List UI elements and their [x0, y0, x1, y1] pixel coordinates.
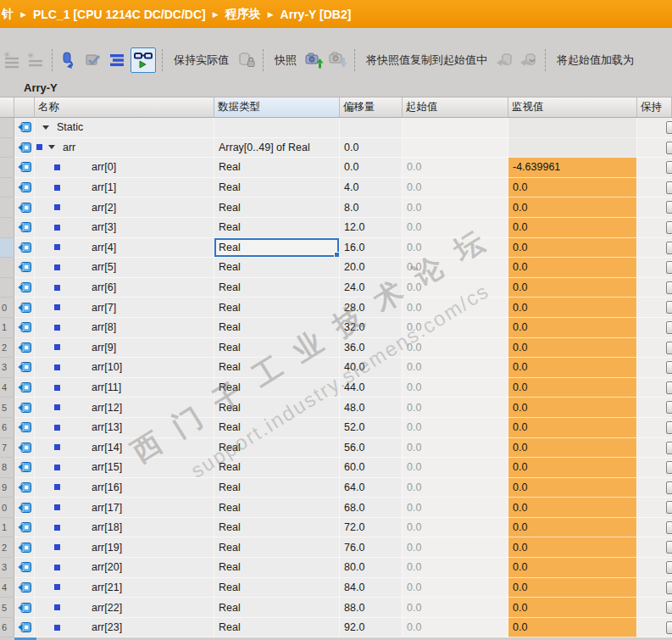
- row-number[interactable]: 3: [0, 558, 14, 578]
- row-number[interactable]: [0, 238, 14, 259]
- retain-checkbox[interactable]: [666, 342, 672, 354]
- row-number[interactable]: 5: [0, 598, 14, 618]
- name-cell[interactable]: arr[4]: [35, 238, 214, 259]
- header-offset[interactable]: 偏移量: [340, 97, 403, 117]
- breadcrumb-item-db[interactable]: Arry-Y [DB2]: [280, 8, 352, 21]
- breadcrumb-item-program-blocks[interactable]: 程序块: [225, 7, 261, 22]
- row-number[interactable]: [0, 138, 14, 159]
- name-cell[interactable]: arr[1]: [35, 178, 214, 198]
- retain-checkbox[interactable]: [666, 301, 672, 314]
- start-value-cell[interactable]: 0.0: [403, 238, 508, 259]
- row-number[interactable]: [0, 198, 14, 218]
- collapse-arrow-icon[interactable]: [48, 145, 55, 149]
- data-type-cell[interactable]: Real: [214, 398, 340, 418]
- row-number[interactable]: 5: [0, 398, 14, 418]
- camera-upload-button[interactable]: [303, 49, 325, 71]
- name-cell[interactable]: arr[17]: [35, 498, 214, 518]
- db-reset-button[interactable]: [58, 49, 81, 71]
- retain-checkbox[interactable]: [666, 461, 672, 474]
- start-value-cell[interactable]: 0.0: [403, 218, 508, 238]
- start-value-cell[interactable]: [403, 138, 508, 159]
- row-number[interactable]: 1: [0, 518, 14, 538]
- start-value-cell[interactable]: 0.0: [403, 158, 508, 178]
- retain-checkbox[interactable]: [666, 442, 672, 454]
- row-number[interactable]: 2: [0, 338, 14, 359]
- add-row-button[interactable]: ✳: [25, 49, 47, 71]
- row-number[interactable]: 4: [0, 578, 14, 598]
- start-value-cell[interactable]: 0.0: [403, 618, 508, 638]
- data-type-cell[interactable]: Real: [214, 198, 340, 218]
- start-value-cell[interactable]: 0.0: [403, 498, 508, 518]
- retain-checkbox[interactable]: [666, 541, 672, 554]
- retain-checkbox[interactable]: [666, 201, 672, 214]
- name-cell[interactable]: arr[5]: [35, 258, 214, 278]
- data-type-cell[interactable]: Real: [214, 458, 340, 478]
- row-number[interactable]: [0, 258, 14, 278]
- row-number[interactable]: 9: [0, 478, 14, 498]
- data-type-cell[interactable]: Real: [214, 158, 340, 178]
- start-value-cell[interactable]: 0.0: [403, 558, 508, 578]
- row-number[interactable]: 7: [0, 438, 14, 459]
- db-copy-left-button[interactable]: [494, 49, 516, 71]
- data-type-cell[interactable]: Real: [214, 558, 340, 578]
- name-cell[interactable]: arr[16]: [35, 478, 214, 498]
- retain-checkbox[interactable]: [666, 221, 672, 234]
- start-value-cell[interactable]: 0.0: [403, 198, 508, 218]
- start-value-cell[interactable]: 0.0: [403, 418, 508, 438]
- start-value-cell[interactable]: 0.0: [403, 258, 508, 278]
- data-type-cell[interactable]: Real: [214, 438, 340, 459]
- breadcrumb-item-pointer[interactable]: 针: [2, 7, 14, 22]
- data-type-cell[interactable]: Real: [214, 537, 340, 558]
- header-monitor-value[interactable]: 监视值: [508, 97, 637, 117]
- name-cell[interactable]: arr[7]: [35, 298, 214, 318]
- retain-checkbox[interactable]: [666, 521, 672, 534]
- row-number[interactable]: 3: [0, 358, 14, 378]
- retain-checkbox[interactable]: [666, 121, 672, 134]
- name-cell[interactable]: arr[6]: [35, 278, 214, 298]
- name-cell[interactable]: arr[21]: [35, 578, 214, 598]
- name-cell[interactable]: arr[18]: [35, 518, 214, 538]
- row-number[interactable]: [0, 218, 14, 238]
- data-type-cell[interactable]: Array[0..49] of Real: [214, 138, 340, 159]
- retain-checkbox[interactable]: [666, 481, 672, 494]
- name-cell[interactable]: arr[3]: [35, 218, 214, 238]
- row-number[interactable]: 2: [0, 537, 14, 558]
- data-type-cell[interactable]: Real: [214, 258, 340, 278]
- retain-checkbox[interactable]: [666, 601, 672, 614]
- row-number[interactable]: [0, 118, 14, 138]
- row-number[interactable]: [0, 178, 14, 198]
- start-value-cell[interactable]: [403, 118, 508, 138]
- collapse-arrow-icon[interactable]: [42, 125, 49, 130]
- start-value-cell[interactable]: 0.0: [403, 478, 508, 498]
- name-cell[interactable]: Static: [35, 118, 214, 138]
- retain-checkbox[interactable]: [666, 321, 672, 334]
- start-value-cell[interactable]: 0.0: [403, 178, 508, 198]
- start-value-cell[interactable]: 0.0: [403, 438, 508, 459]
- start-value-cell[interactable]: 0.0: [403, 518, 508, 538]
- start-value-cell[interactable]: 0.0: [403, 318, 508, 338]
- data-type-cell[interactable]: Real: [214, 358, 340, 378]
- start-value-cell[interactable]: 0.0: [403, 278, 508, 298]
- row-number[interactable]: 0: [0, 498, 14, 518]
- name-cell[interactable]: arr[14]: [35, 438, 214, 459]
- row-number[interactable]: [0, 278, 14, 298]
- header-start-value[interactable]: 起始值: [403, 97, 508, 117]
- start-value-cell[interactable]: 0.0: [403, 358, 508, 378]
- load-start-values-button[interactable]: 将起始值加载为: [553, 53, 638, 68]
- selection-fill-handle[interactable]: [334, 252, 340, 258]
- data-type-cell[interactable]: Real: [214, 298, 340, 318]
- retain-checkbox[interactable]: [666, 421, 672, 434]
- name-cell[interactable]: arr[2]: [35, 198, 214, 218]
- retain-checkbox[interactable]: [666, 561, 672, 574]
- camera-download-button[interactable]: [327, 49, 349, 71]
- data-type-cell[interactable]: Real: [214, 378, 340, 398]
- row-number[interactable]: [0, 158, 14, 178]
- start-value-cell[interactable]: 0.0: [403, 598, 508, 618]
- name-cell[interactable]: arr[8]: [35, 318, 214, 338]
- retain-checkbox[interactable]: [666, 181, 672, 194]
- name-cell[interactable]: arr[22]: [35, 598, 214, 618]
- name-cell[interactable]: arr[11]: [35, 378, 214, 398]
- start-value-cell[interactable]: 0.0: [403, 378, 508, 398]
- retain-checkbox[interactable]: [666, 242, 672, 254]
- data-type-cell[interactable]: Real: [214, 598, 340, 618]
